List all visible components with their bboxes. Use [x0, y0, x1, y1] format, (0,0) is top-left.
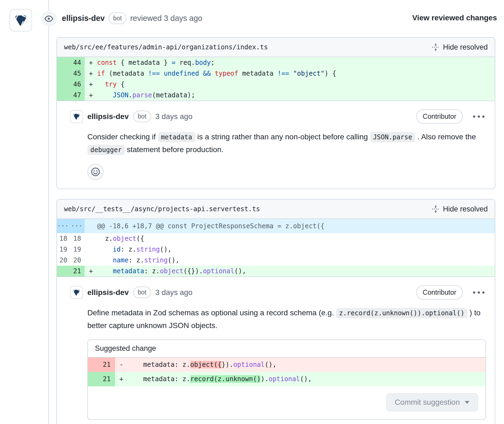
kebab-menu-icon[interactable]	[473, 291, 484, 294]
ellipsis-logo-icon	[72, 288, 81, 297]
comment-avatar[interactable]	[70, 286, 83, 299]
view-reviewed-changes-link[interactable]: View reviewed changes	[412, 14, 497, 22]
review-action-text: reviewed 3 days ago	[130, 14, 202, 23]
hunk-header-text: @@ -18,6 +18,7 @@ const ProjectResponseS…	[97, 219, 495, 233]
code-line: metadata: z.object({}).optional(),	[97, 266, 495, 277]
old-line-number[interactable]	[57, 57, 71, 68]
hunk-gutter-dots: ···	[71, 219, 85, 233]
diff-sign: -	[115, 358, 127, 372]
diff-line: 2020 name: z.string(),	[57, 255, 495, 266]
file-path[interactable]: web/src/ee/features/admin-api/organizati…	[64, 43, 268, 51]
code-line: z.object({	[97, 233, 495, 244]
comment-author[interactable]: ellipsis-dev	[87, 112, 129, 121]
code-line: JSON.parse(metadata);	[97, 90, 495, 101]
thread-panel-1: web/src/ee/features/admin-api/organizati…	[56, 37, 495, 189]
new-line-number[interactable]: 21	[71, 266, 85, 277]
code-line: try {	[97, 79, 495, 90]
suggested-change-block: Suggested change 21- metadata: z.object(…	[87, 339, 486, 420]
old-line-number[interactable]: 19	[57, 244, 71, 255]
bot-badge: bot	[133, 287, 151, 298]
old-line-number[interactable]: 20	[57, 255, 71, 266]
review-event-badge	[41, 11, 57, 27]
contributor-badge: Contributor	[416, 109, 463, 124]
ellipsis-logo-icon	[72, 112, 81, 121]
file-path[interactable]: web/src/__tests__/async/projects-api.ser…	[64, 205, 260, 213]
hunk-gutter-dots: ···	[57, 219, 71, 233]
comment-author[interactable]: ellipsis-dev	[87, 288, 129, 297]
old-line-number[interactable]	[57, 68, 71, 79]
bot-badge: bot	[109, 12, 126, 24]
comment-header: ellipsis-dev bot 3 days ago Contributor	[70, 109, 488, 124]
kebab-menu-icon[interactable]	[473, 115, 484, 118]
diff-line: 1919 id: z.string(),	[57, 244, 495, 255]
hide-resolved-label: Hide resolved	[443, 43, 488, 52]
comment-avatar[interactable]	[70, 110, 83, 123]
line-number: 21	[88, 372, 115, 386]
old-line-number[interactable]	[57, 79, 71, 90]
review-comment: ellipsis-dev bot 3 days ago Contributor …	[57, 277, 495, 424]
comment-timestamp[interactable]: 3 days ago	[155, 288, 193, 297]
diff-line: 44+const { metadata } = req.body;	[57, 57, 495, 68]
commit-suggestion-label: Commit suggestion	[395, 398, 460, 407]
timeline-line	[48, 0, 49, 424]
diff-block: 44+const { metadata } = req.body; 45+if …	[57, 57, 495, 101]
file-header: web/src/__tests__/async/projects-api.ser…	[57, 200, 495, 219]
diff-sign: +	[85, 79, 97, 90]
review-threads: web/src/ee/features/admin-api/organizati…	[56, 37, 495, 424]
contributor-badge: Contributor	[416, 285, 463, 300]
new-line-number[interactable]: 45	[71, 68, 85, 79]
dropdown-caret-icon	[465, 401, 470, 404]
old-line-number[interactable]: 18	[57, 233, 71, 244]
diff-line: 1818 z.object({	[57, 233, 495, 244]
suggestion-deletion-line: 21- metadata: z.object({}).optional(),	[88, 358, 486, 372]
ellipsis-logo-icon	[13, 13, 28, 28]
comment-timestamp[interactable]: 3 days ago	[155, 112, 193, 121]
fold-icon	[432, 205, 440, 213]
comment-body: Define metadata in Zod schemas as option…	[87, 307, 485, 332]
new-line-number[interactable]: 18	[71, 233, 85, 244]
suggested-change-title: Suggested change	[88, 340, 486, 358]
commit-suggestion-button[interactable]: Commit suggestion	[386, 393, 478, 411]
diff-block: ······@@ -18,6 +18,7 @@ const ProjectRes…	[57, 219, 495, 277]
diff-line: 46+ try {	[57, 79, 495, 90]
eye-icon	[44, 14, 53, 23]
diff-line: 45+if (metadata !== undefined && typeof …	[57, 68, 495, 79]
diff-sign: +	[85, 266, 97, 277]
add-reaction-button[interactable]	[87, 164, 104, 180]
code-line: metadata: z.object({}).optional(),	[127, 358, 486, 372]
diff-line: 47+ JSON.parse(metadata);	[57, 90, 495, 101]
hide-resolved-button[interactable]: Hide resolved	[432, 205, 488, 213]
code-line: const { metadata } = req.body;	[97, 57, 495, 68]
file-header: web/src/ee/features/admin-api/organizati…	[57, 38, 495, 57]
new-line-number[interactable]: 44	[71, 57, 85, 68]
hide-resolved-button[interactable]: Hide resolved	[432, 43, 488, 52]
comment-body: Consider checking if metadata is a strin…	[87, 131, 485, 156]
smiley-icon	[91, 167, 100, 177]
code-line: metadata: z.record(z.unknown()).optional…	[127, 372, 486, 386]
diff-line: 21+ metadata: z.object({}).optional(),	[57, 266, 495, 277]
code-line: if (metadata !== undefined && typeof met…	[97, 68, 495, 79]
new-line-number[interactable]: 47	[71, 90, 85, 101]
suggestion-addition-line: 21+ metadata: z.record(z.unknown()).opti…	[88, 372, 486, 386]
thread-panel-2: web/src/__tests__/async/projects-api.ser…	[56, 199, 495, 424]
review-comment: ellipsis-dev bot 3 days ago Contributor …	[57, 101, 495, 189]
fold-icon	[432, 43, 440, 51]
suggestion-footer: Commit suggestion	[88, 386, 486, 419]
new-line-number[interactable]: 46	[71, 79, 85, 90]
new-line-number[interactable]: 20	[71, 255, 85, 266]
reviewer-name[interactable]: ellipsis-dev	[62, 14, 105, 23]
hide-resolved-label: Hide resolved	[443, 205, 488, 213]
diff-sign: +	[85, 90, 97, 101]
code-line: id: z.string(),	[97, 244, 495, 255]
reviewer-avatar[interactable]	[9, 9, 32, 31]
line-number: 21	[88, 358, 115, 372]
old-line-number[interactable]	[57, 90, 71, 101]
diff-sign: +	[85, 68, 97, 79]
bot-badge: bot	[133, 111, 151, 122]
old-line-number[interactable]	[57, 266, 71, 277]
review-header: ellipsis-dev bot reviewed 3 days ago	[62, 12, 202, 24]
diff-sign: +	[115, 372, 127, 386]
code-line: name: z.string(),	[97, 255, 495, 266]
comment-header: ellipsis-dev bot 3 days ago Contributor	[70, 285, 488, 300]
new-line-number[interactable]: 19	[71, 244, 85, 255]
